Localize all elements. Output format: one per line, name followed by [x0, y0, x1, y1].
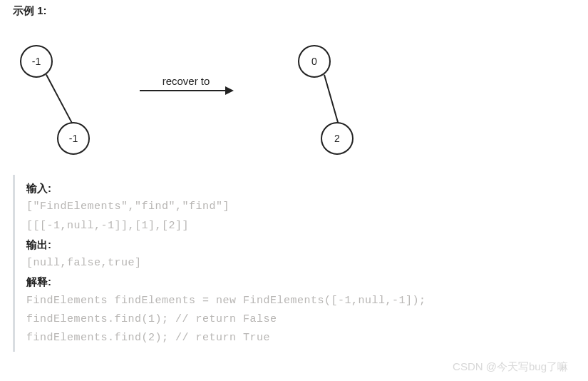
- recover-arrow: recover to: [140, 75, 232, 91]
- left-tree-edge: [46, 74, 73, 124]
- diagram-area: -1 -1 recover to 0 2: [13, 25, 588, 175]
- explain-line-1: FindElements findElements = new FindElem…: [26, 292, 575, 310]
- example-heading: 示例 1:: [0, 0, 588, 25]
- explain-label: 解释:: [26, 273, 575, 291]
- left-tree-root: -1: [20, 45, 53, 78]
- output-line: [null,false,true]: [26, 254, 575, 273]
- input-label: 输入:: [26, 179, 575, 198]
- explain-line-2: findElements.find(1); // return False: [26, 310, 575, 329]
- example-body: 输入: ["FindElements","find","find"] [[[-1…: [13, 175, 575, 352]
- watermark: CSDN @今天写bug了嘛: [453, 360, 568, 374]
- input-line-2: [[[-1,null,-1]],[1],[2]]: [26, 217, 575, 235]
- input-line-1: ["FindElements","find","find"]: [26, 198, 575, 216]
- output-label: 输出:: [26, 235, 575, 254]
- right-tree-right-child: 2: [321, 122, 354, 155]
- arrow-line: [140, 90, 232, 91]
- arrow-label: recover to: [140, 75, 232, 87]
- explain-line-3: findElements.find(2); // return True: [26, 329, 575, 347]
- left-tree-right-child: -1: [57, 122, 90, 155]
- right-tree-root: 0: [298, 45, 331, 78]
- right-tree-edge: [324, 74, 340, 128]
